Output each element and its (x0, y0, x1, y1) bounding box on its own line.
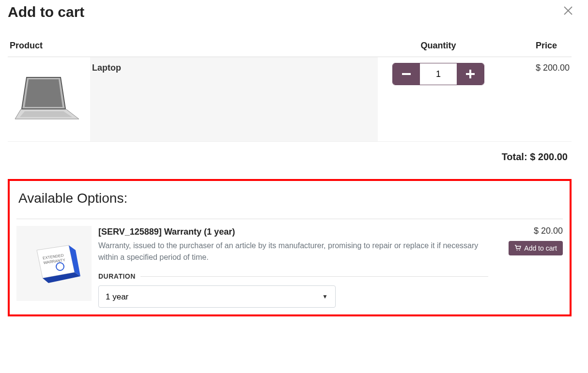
total-value: $ 200.00 (530, 151, 568, 162)
svg-marker-5 (20, 111, 72, 117)
product-image (10, 63, 82, 135)
col-price: Price (499, 35, 572, 57)
add-to-cart-button[interactable]: Add to cart (509, 241, 563, 255)
close-icon[interactable] (563, 5, 573, 19)
duration-label: DURATION (98, 272, 140, 280)
svg-marker-3 (25, 79, 62, 107)
svg-rect-6 (402, 73, 411, 75)
cart-icon (514, 244, 521, 252)
product-price: $ 200.00 (499, 57, 572, 142)
total-label: Total: (502, 151, 527, 162)
svg-rect-8 (466, 73, 475, 75)
product-name: Laptop (90, 57, 378, 142)
svg-point-15 (517, 250, 518, 251)
duration-select[interactable]: 1 year (98, 285, 336, 308)
col-quantity: Quantity (378, 35, 499, 57)
option-row: EXTENDED WARRANTY [SERV_125889] Warranty… (16, 219, 563, 308)
qty-increment-button[interactable] (457, 63, 484, 85)
option-description: Warranty, issued to the purchaser of an … (98, 240, 488, 263)
qty-input[interactable] (420, 63, 457, 85)
modal-title: Add to cart (8, 4, 84, 20)
col-product: Product (8, 35, 378, 57)
modal-scroll-area[interactable]: Product Quantity Price (8, 35, 573, 364)
options-heading: Available Options: (18, 191, 563, 206)
svg-point-16 (519, 250, 520, 251)
option-image: EXTENDED WARRANTY (16, 226, 92, 301)
available-options-panel: Available Options: EXTENDED WARRANTY [SE… (8, 179, 572, 316)
cart-table: Product Quantity Price (8, 35, 572, 142)
option-price: $ 20.00 (500, 226, 563, 236)
add-to-cart-label: Add to cart (524, 244, 557, 252)
quantity-stepper (392, 63, 484, 85)
option-name: [SERV_125889] Warranty (1 year) (98, 227, 488, 237)
table-row: Laptop $ 200.00 (8, 57, 572, 142)
qty-decrement-button[interactable] (393, 63, 420, 85)
